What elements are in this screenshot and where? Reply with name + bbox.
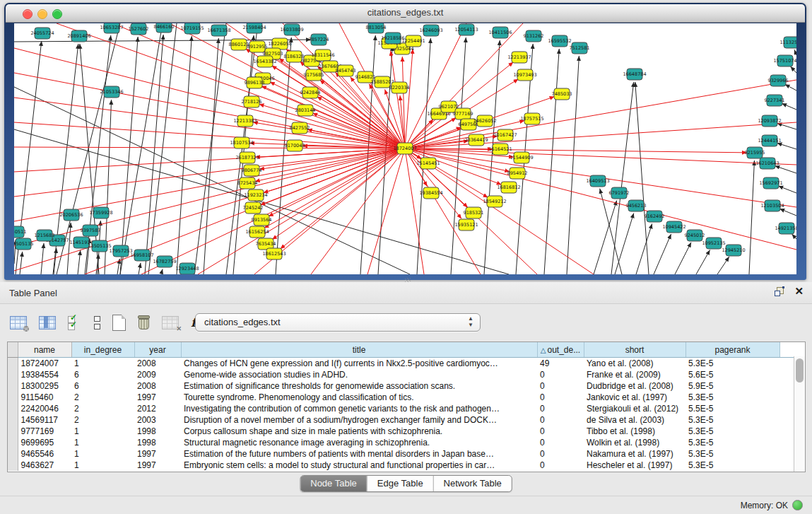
- table-row[interactable]: 1938455462009Genome-wide association stu…: [8, 369, 794, 380]
- table-cell[interactable]: 5.3E-5: [686, 414, 779, 426]
- table-cell[interactable]: 1: [71, 460, 134, 471]
- column-header-short[interactable]: short: [584, 342, 686, 358]
- row-gutter[interactable]: [8, 426, 18, 437]
- table-cell[interactable]: 19384554: [18, 369, 71, 380]
- table-cell[interactable]: Wolkin et al. (1998): [584, 437, 686, 448]
- table-cell[interactable]: 5.3E-5: [686, 426, 779, 437]
- table-cell[interactable]: Nakamura et al. (1997): [584, 448, 686, 460]
- tab-network-table[interactable]: Network Table: [433, 476, 512, 491]
- delete-button[interactable]: [138, 315, 150, 329]
- column-header-out-de-[interactable]: △out_de...: [537, 342, 584, 358]
- window-titlebar[interactable]: citations_edges.txt: [6, 4, 805, 23]
- column-header-pagerank[interactable]: pagerank: [686, 342, 779, 358]
- table-cell[interactable]: 0: [537, 426, 584, 437]
- close-panel-icon[interactable]: ✕: [794, 286, 804, 296]
- table-selector[interactable]: citations_edges.txt ▲▼: [195, 313, 481, 332]
- table-cell[interactable]: 1: [71, 437, 134, 448]
- table-row[interactable]: 1456911722003Disruption of a novel membe…: [8, 414, 794, 426]
- table-cell[interactable]: Estimation of the future numbers of pati…: [181, 448, 537, 460]
- table-row[interactable]: 946362711997Embryonic stem cells: a mode…: [8, 460, 794, 471]
- table-cell[interactable]: 0: [537, 369, 584, 380]
- row-gutter[interactable]: [8, 392, 18, 403]
- table-cell[interactable]: 5.3E-5: [686, 392, 779, 403]
- column-header-in-degree[interactable]: in_degree: [71, 342, 134, 358]
- select-columns-button[interactable]: ✓ ✓: [68, 315, 82, 329]
- table-cell[interactable]: 9777169: [18, 426, 71, 437]
- table-cell[interactable]: 0: [537, 403, 584, 414]
- table-cell[interactable]: 2012: [134, 403, 181, 414]
- table-cell[interactable]: Stergiakouli et al. (2012): [584, 403, 686, 414]
- table-cell[interactable]: 9465546: [18, 448, 71, 460]
- table-cell[interactable]: 0: [537, 448, 584, 460]
- table-row[interactable]: 977716911998Corpus callosum shape and si…: [8, 426, 794, 437]
- vertical-scrollbar[interactable]: [794, 356, 805, 472]
- table-cell[interactable]: 2: [71, 392, 134, 403]
- table-cell[interactable]: 22420046: [18, 403, 71, 414]
- table-cell[interactable]: 2: [71, 403, 134, 414]
- table-cell[interactable]: 5.9E-5: [686, 380, 779, 392]
- row-gutter[interactable]: [8, 460, 18, 471]
- table-cell[interactable]: 0: [537, 380, 584, 392]
- table-cell[interactable]: 1: [71, 426, 134, 437]
- table-cell[interactable]: 1997: [134, 448, 181, 460]
- table-cell[interactable]: Yano et al. (2008): [584, 358, 686, 370]
- table-cell[interactable]: 18300295: [18, 380, 71, 392]
- float-panel-icon[interactable]: [775, 286, 784, 296]
- table-row[interactable]: 946554611997Estimation of the future num…: [8, 448, 794, 460]
- table-cell[interactable]: Disruption of a novel member of a sodium…: [181, 414, 537, 426]
- tab-node-table[interactable]: Node Table: [300, 476, 367, 491]
- table-cell[interactable]: Jankovic et al. (1997): [584, 392, 686, 403]
- table-cell[interactable]: 0: [537, 460, 584, 471]
- table-cell[interactable]: 5.3E-5: [686, 358, 779, 370]
- row-gutter[interactable]: [8, 403, 18, 414]
- table-cell[interactable]: Changes of HCN gene expression and I(f) …: [181, 358, 537, 370]
- table-cell[interactable]: 2003: [134, 414, 181, 426]
- table-settings-button[interactable]: [10, 316, 27, 329]
- table-cell[interactable]: Corpus callosum shape and size in male p…: [181, 426, 537, 437]
- column-header-year[interactable]: year: [134, 342, 181, 358]
- table-cell[interactable]: 5.3E-5: [686, 437, 779, 448]
- table-row[interactable]: 911546021997Tourette syndrome. Phenomeno…: [8, 392, 794, 403]
- tab-edge-table[interactable]: Edge Table: [367, 476, 433, 491]
- network-canvas[interactable]: 1872400788601238912955182260589827503165…: [14, 23, 796, 274]
- table-cell[interactable]: 9699695: [18, 437, 71, 448]
- table-cell[interactable]: 5.5E-5: [686, 403, 779, 414]
- column-header-name[interactable]: name: [18, 342, 71, 358]
- new-document-button[interactable]: [112, 315, 126, 331]
- table-cell[interactable]: 18724007: [18, 358, 71, 370]
- row-gutter[interactable]: [8, 448, 18, 460]
- table-cell[interactable]: Tourette syndrome. Phenomenology and cla…: [181, 392, 537, 403]
- row-gutter[interactable]: [8, 369, 18, 380]
- scrollbar-thumb[interactable]: [796, 358, 804, 382]
- table-cell[interactable]: Estimation of significance thresholds fo…: [181, 380, 537, 392]
- table-cell[interactable]: 1: [71, 448, 134, 460]
- table-cell[interactable]: Investigating the contribution of common…: [181, 403, 537, 414]
- table-cell[interactable]: 5.3E-5: [686, 448, 779, 460]
- table-cell[interactable]: 1997: [134, 392, 181, 403]
- table-cell[interactable]: 6: [71, 369, 134, 380]
- table-cell[interactable]: 2008: [134, 358, 181, 370]
- table-cell[interactable]: 9463627: [18, 460, 71, 471]
- table-cell[interactable]: 1998: [134, 437, 181, 448]
- table-row[interactable]: 1872400712008Changes of HCN gene express…: [8, 358, 794, 370]
- table-cell[interactable]: Dudbridge et al. (2008): [584, 380, 686, 392]
- table-cell[interactable]: Tibbo et al. (1998): [584, 426, 686, 437]
- column-header-title[interactable]: title: [181, 342, 537, 358]
- table-cell[interactable]: 49: [537, 358, 584, 370]
- row-gutter[interactable]: [8, 358, 18, 370]
- table-cell[interactable]: 6: [71, 380, 134, 392]
- table-cell[interactable]: 9115460: [18, 392, 71, 403]
- table-row[interactable]: 2242004622012Investigating the contribut…: [8, 403, 794, 414]
- table-row[interactable]: 969969511998Structural magnetic resonanc…: [8, 437, 794, 448]
- table-cell[interactable]: 14569117: [18, 414, 71, 426]
- table-cell[interactable]: Embryonic stem cells: a model to study s…: [181, 460, 537, 471]
- memory-ok-indicator[interactable]: [792, 500, 803, 510]
- table-cell[interactable]: 2: [71, 414, 134, 426]
- table-row[interactable]: 1830029562008Estimation of significance …: [8, 380, 794, 392]
- row-gutter[interactable]: [8, 380, 18, 392]
- table-cell[interactable]: de Silva et al. (2003): [584, 414, 686, 426]
- table-cell[interactable]: Genome-wide association studies in ADHD.: [181, 369, 537, 380]
- table-cell[interactable]: 0: [537, 437, 584, 448]
- table-cell[interactable]: 2009: [134, 369, 181, 380]
- row-height-button[interactable]: [94, 316, 100, 329]
